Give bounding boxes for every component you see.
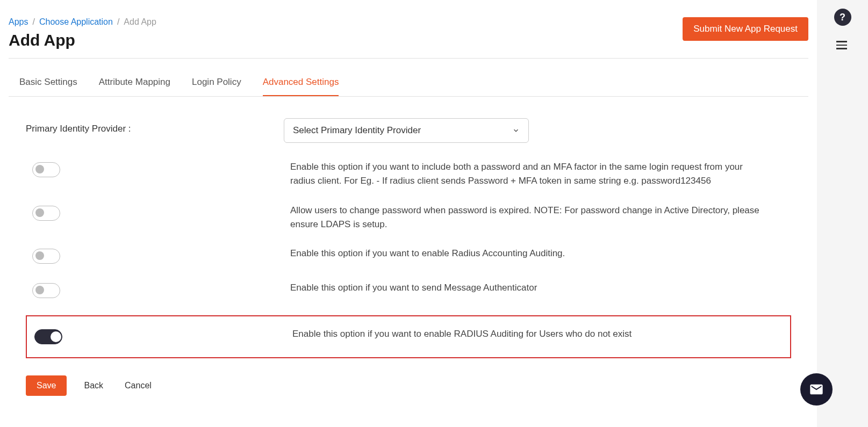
mail-icon bbox=[809, 382, 824, 397]
action-buttons: Save Back Cancel bbox=[9, 375, 808, 396]
primary-idp-row: Primary Identity Provider : Select Prima… bbox=[26, 118, 791, 143]
toggle-row-radius-audit-nonexistent: Enable this option if you want to enable… bbox=[34, 327, 786, 346]
toggle-knob bbox=[35, 286, 44, 294]
save-button[interactable]: Save bbox=[26, 375, 67, 396]
breadcrumb-current: Add App bbox=[124, 17, 156, 27]
toggle-desc-accounting-audit: Enable this option if you want to enable… bbox=[290, 247, 791, 260]
toggle-password-mfa[interactable] bbox=[32, 162, 60, 177]
toggle-radius-audit-nonexistent[interactable] bbox=[34, 329, 62, 344]
right-sidebar: ? bbox=[817, 0, 868, 427]
page-title: Add App bbox=[9, 31, 156, 49]
highlighted-toggle-row: Enable this option if you want to enable… bbox=[26, 315, 791, 358]
toggle-password-change[interactable] bbox=[32, 206, 60, 221]
toggle-knob bbox=[35, 251, 44, 260]
toggle-desc-password-mfa: Enable this option if you want to includ… bbox=[290, 160, 791, 189]
main-content: Apps / Choose Application / Add App Add … bbox=[0, 0, 817, 427]
help-icon[interactable]: ? bbox=[834, 9, 851, 26]
toggle-container bbox=[34, 327, 292, 346]
primary-idp-label: Primary Identity Provider : bbox=[26, 118, 284, 134]
primary-idp-select[interactable]: Select Primary Identity Provider bbox=[284, 118, 529, 143]
toggle-knob bbox=[51, 331, 61, 342]
submit-new-app-button[interactable]: Submit New App Request bbox=[683, 17, 808, 41]
hamburger-menu-icon[interactable] bbox=[836, 39, 849, 52]
chat-fab[interactable] bbox=[800, 373, 833, 406]
breadcrumb-choose-application[interactable]: Choose Application bbox=[39, 17, 113, 27]
advanced-settings-form: Primary Identity Provider : Select Prima… bbox=[9, 118, 808, 358]
breadcrumb-sep: / bbox=[32, 17, 34, 27]
toggle-desc-message-auth: Enable this option if you want to send M… bbox=[290, 281, 791, 295]
toggle-message-auth[interactable] bbox=[32, 283, 60, 298]
back-button[interactable]: Back bbox=[80, 375, 107, 396]
primary-idp-select-wrapper: Select Primary Identity Provider bbox=[284, 118, 529, 143]
toggle-desc-password-change: Allow users to change password when pass… bbox=[290, 204, 791, 232]
toggle-row-message-auth: Enable this option if you want to send M… bbox=[26, 281, 791, 300]
chevron-down-icon bbox=[512, 127, 520, 134]
breadcrumb-apps[interactable]: Apps bbox=[9, 17, 28, 27]
tab-basic-settings[interactable]: Basic Settings bbox=[19, 69, 77, 96]
toggle-knob bbox=[35, 165, 44, 173]
tab-login-policy[interactable]: Login Policy bbox=[192, 69, 241, 96]
tab-advanced-settings[interactable]: Advanced Settings bbox=[263, 69, 339, 96]
toggle-container bbox=[32, 204, 290, 223]
header-row: Apps / Choose Application / Add App Add … bbox=[9, 17, 808, 49]
toggle-row-password-mfa: Enable this option if you want to includ… bbox=[26, 160, 791, 189]
toggle-row-accounting-audit: Enable this option if you want to enable… bbox=[26, 247, 791, 266]
toggle-container bbox=[32, 160, 290, 179]
primary-idp-select-value: Select Primary Identity Provider bbox=[293, 125, 421, 136]
toggle-row-password-change: Allow users to change password when pass… bbox=[26, 204, 791, 232]
toggle-container bbox=[32, 247, 290, 266]
toggle-knob bbox=[35, 208, 44, 217]
cancel-button[interactable]: Cancel bbox=[120, 375, 156, 396]
toggle-container bbox=[32, 281, 290, 300]
breadcrumb-sep: / bbox=[117, 17, 119, 27]
header-divider bbox=[9, 58, 808, 59]
toggle-desc-radius-audit-nonexistent: Enable this option if you want to enable… bbox=[292, 327, 786, 341]
tabs: Basic Settings Attribute Mapping Login P… bbox=[9, 69, 808, 97]
breadcrumb: Apps / Choose Application / Add App bbox=[9, 17, 156, 27]
toggle-accounting-audit[interactable] bbox=[32, 249, 60, 264]
tab-attribute-mapping[interactable]: Attribute Mapping bbox=[99, 69, 170, 96]
